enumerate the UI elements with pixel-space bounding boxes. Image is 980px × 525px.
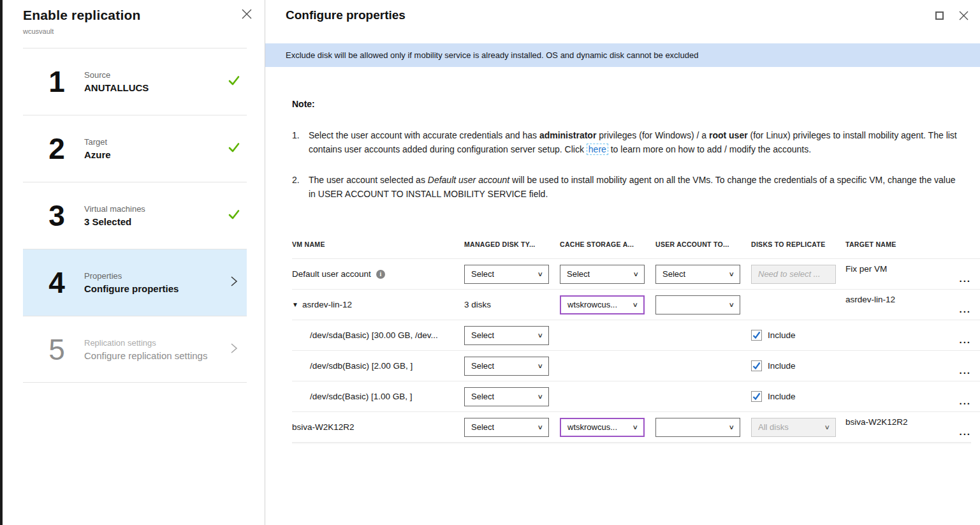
configure-properties-panel: Configure properties Exclude disk will b… [265,0,980,525]
enable-replication-panel: Enable replication wcusvault 1 Source AN… [3,0,265,525]
info-icon[interactable]: i [376,270,385,279]
more-menu-icon[interactable]: ... [938,426,975,437]
step-label: Target [84,137,221,147]
table-row-disk-sdb: /dev/sdb(Basic) [2.00 GB, ] Select ∨ Inc… [292,350,980,381]
more-menu-icon[interactable]: ... [938,334,975,345]
panel-header: Configure properties [265,0,980,43]
step-number: 1 [41,67,73,96]
table-row-disk-sda: /dev/sda(Basic) [30.00 GB, /dev... Selec… [292,320,980,350]
step-value: Azure [84,149,221,160]
step-number: 2 [41,134,73,163]
target-name-value: asrdev-lin-12 [845,290,938,304]
step-value: Configure replication settings [84,350,221,361]
table-row-vm-bsiva-w2k12r2: bsiva-W2K12R2 Select ∨ wtskrowcus... ∨ [292,411,980,442]
chevron-down-icon: ∨ [632,301,638,308]
step-label: Source [84,70,221,80]
checkmark-icon [228,74,240,89]
include-checkbox[interactable] [751,330,762,341]
target-name-value: Fix per VM [845,259,938,274]
col-header-disks-to-replicate: DISKS TO REPLICATE [751,240,845,248]
step-label: Virtual machines [84,204,221,214]
cache-storage-dropdown[interactable]: wtskrowcus... ∨ [560,295,645,314]
chevron-down-icon: ∨ [633,270,639,277]
step-value: 3 Selected [84,216,221,227]
more-menu-icon[interactable]: ... [938,273,975,284]
note-item-2: 2. The user account selected as Default … [292,173,963,201]
row-name: /dev/sdc(Basic) [1.00 GB, ] [310,392,413,401]
chevron-down-icon: ∨ [537,393,543,400]
step-virtual-machines[interactable]: 3 Virtual machines 3 Selected [23,182,247,249]
managed-disk-type-dropdown[interactable]: Select ∨ [464,265,549,284]
row-name: /dev/sdb(Basic) [2.00 GB, ] [310,361,413,371]
col-header-cache-storage: CACHE STORAGE A... [560,240,655,248]
table-bottom-divider [292,442,971,444]
user-account-dropdown[interactable]: ∨ [655,418,740,437]
step-number: 3 [41,201,73,230]
col-header-vm-name: VM NAME [292,240,464,248]
cache-storage-dropdown[interactable]: Select ∨ [560,265,645,284]
step-value: Configure properties [84,283,221,294]
chevron-right-icon [230,276,238,290]
step-label: Replication settings [84,338,221,348]
panel-title: Enable replication [23,8,265,23]
step-replication-settings[interactable]: 5 Replication settings Configure replica… [23,316,247,383]
checkmark-icon [228,141,240,156]
info-banner: Exclude disk will be allowed only if mob… [265,43,980,67]
managed-disk-type-dropdown[interactable]: Select ∨ [464,326,549,345]
chevron-down-icon: ∨ [537,270,543,277]
step-number: 4 [41,268,73,297]
collapse-expander-icon[interactable]: ▼ [292,301,298,308]
include-checkbox[interactable] [751,391,762,402]
row-name: bsiva-W2K12R2 [292,422,355,432]
chevron-down-icon: ∨ [728,270,735,277]
chevron-right-icon [230,343,238,357]
maximize-icon[interactable] [935,11,944,20]
more-menu-icon[interactable]: ... [938,365,975,376]
panel-title: Configure properties [286,8,406,22]
chevron-down-icon: ∨ [537,362,543,369]
note-heading: Note: [292,99,980,109]
here-link[interactable]: here [587,144,608,155]
col-header-user-account: USER ACCOUNT TO... [655,240,751,248]
step-properties[interactable]: 4 Properties Configure properties [23,249,247,316]
vm-properties-table: VM NAME MANAGED DISK TY... CACHE STORAGE… [265,230,980,444]
managed-disk-count: 3 disks [464,300,560,309]
row-name: /dev/sda(Basic) [30.00 GB, /dev... [310,330,438,340]
panel-header: Enable replication wcusvault [3,0,265,48]
table-header-row: VM NAME MANAGED DISK TY... CACHE STORAGE… [292,230,980,258]
disks-to-replicate-field-disabled: Need to select ... [751,265,836,284]
include-label: Include [768,361,796,371]
include-label: Include [768,392,796,401]
chevron-down-icon: ∨ [728,301,735,308]
table-row-default-user-account: Default user account i Select ∨ Select ∨ [292,258,980,289]
step-label: Properties [84,271,221,281]
chevron-down-icon: ∨ [537,332,543,339]
more-menu-icon[interactable]: ... [938,396,975,406]
step-value: ANUTALLUCS [84,82,221,93]
close-icon[interactable] [959,11,969,20]
close-icon[interactable] [242,9,252,19]
managed-disk-type-dropdown[interactable]: Select ∨ [464,357,549,376]
chevron-down-icon: ∨ [824,424,830,431]
vault-name: wcusvault [23,27,265,35]
col-header-managed-disk: MANAGED DISK TY... [464,240,560,248]
more-menu-icon[interactable]: ... [938,304,975,314]
disks-to-replicate-dropdown-disabled: All disks ∨ [751,418,836,437]
table-row-vm-asrdev-lin-12: ▼ asrdev-lin-12 3 disks wtskrowcus... ∨ … [292,289,980,320]
cache-storage-dropdown[interactable]: wtskrowcus... ∨ [560,418,645,437]
step-target[interactable]: 2 Target Azure [23,115,247,182]
managed-disk-type-dropdown[interactable]: Select ∨ [464,418,549,437]
include-checkbox[interactable] [751,360,762,371]
managed-disk-type-dropdown[interactable]: Select ∨ [464,387,549,406]
chevron-down-icon: ∨ [728,424,735,431]
col-header-target-name: TARGET NAME [845,240,938,248]
include-label: Include [768,330,796,340]
notes-list: 1. Select the user account with accurate… [292,128,963,201]
user-account-dropdown[interactable]: ∨ [655,295,740,314]
step-source[interactable]: 1 Source ANUTALLUCS [23,48,247,115]
note-item-1: 1. Select the user account with accurate… [292,128,963,156]
step-number: 5 [41,335,73,364]
checkmark-icon [228,208,240,223]
user-account-dropdown[interactable]: Select ∨ [655,265,740,284]
chevron-down-icon: ∨ [537,424,543,431]
